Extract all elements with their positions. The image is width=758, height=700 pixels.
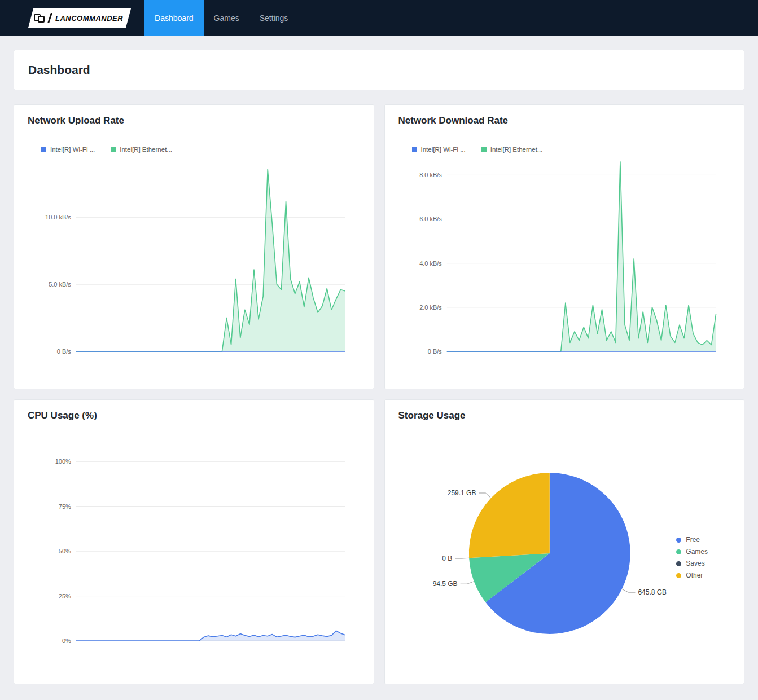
legend-swatch [41,147,46,152]
pie-label-games: 94.5 GB [432,580,457,588]
charts-grid: Network Upload Rate Intel[R] Wi-Fi ...In… [14,104,744,684]
legend-item-intel-r-ethernet[interactable]: Intel[R] Ethernet... [111,146,172,153]
legend-item-intel-r-ethernet[interactable]: Intel[R] Ethernet... [481,146,543,153]
svg-text:4.0 kB/s: 4.0 kB/s [419,260,442,267]
pie-legend-dot [676,549,681,554]
logo-slash-icon [47,13,52,23]
svg-text:5.0 kB/s: 5.0 kB/s [49,281,71,288]
pie-legend-item-saves[interactable]: Saves [676,560,708,567]
card-header: Network Upload Rate [14,105,374,137]
network-upload-card: Network Upload Rate Intel[R] Wi-Fi ...In… [14,104,374,389]
card-header: CPU Usage (%) [14,400,374,432]
svg-text:0 B/s: 0 B/s [57,348,71,355]
pie-legend-label: Games [686,548,708,556]
legend-label: Intel[R] Wi-Fi ... [421,146,466,153]
nav-item-dashboard[interactable]: Dashboard [144,0,204,36]
card-header: Storage Usage [385,400,744,432]
nav-item-games[interactable]: Games [204,0,249,36]
svg-text:75%: 75% [59,503,71,510]
svg-text:0 B/s: 0 B/s [427,348,441,355]
card-title: Network Download Rate [398,115,509,126]
page-title: Dashboard [28,63,90,77]
pie-leader-line [621,589,635,592]
legend-swatch [111,147,116,152]
card-body: 0%25%50%75%100% [14,432,374,684]
chart-legend: Intel[R] Wi-Fi ...Intel[R] Ethernet... [398,139,731,155]
storage-usage-card: Storage Usage 645.8 GB94.5 GB0 B259.1 GB… [384,399,745,684]
card-body: Intel[R] Wi-Fi ...Intel[R] Ethernet... 0… [14,137,374,389]
pie-legend-label: Saves [686,560,704,567]
pie-legend-dot [676,538,681,543]
svg-text:0%: 0% [62,637,71,644]
svg-text:2.0 kB/s: 2.0 kB/s [419,304,442,311]
legend-label: Intel[R] Ethernet... [490,146,543,153]
card-title: Storage Usage [398,410,466,421]
card-body: Intel[R] Wi-Fi ...Intel[R] Ethernet... 0… [385,137,744,389]
legend-swatch [412,147,417,152]
top-navbar: LANCOMMANDER Dashboard Games Settings [0,0,758,36]
pie-leader-line [460,582,474,584]
logo-text: LANCOMMANDER [55,14,123,23]
pie-legend-item-games[interactable]: Games [676,548,708,556]
cpu-usage-chart: 0%25%50%75%100% [28,444,360,654]
network-download-card: Network Download Rate Intel[R] Wi-Fi ...… [384,104,745,389]
pie-leader-line [455,558,469,558]
page-header-card: Dashboard [14,50,744,90]
network-upload-chart: 0 B/s5.0 kB/s10.0 kB/s [28,155,360,365]
pie-legend-label: Free [686,536,700,544]
card-title: Network Upload Rate [28,115,124,126]
chart-legend [28,434,360,444]
pie-legend-dot [676,561,681,566]
card-title: CPU Usage (%) [28,410,97,421]
svg-text:50%: 50% [59,548,71,554]
svg-text:25%: 25% [59,593,71,600]
legend-swatch [481,147,487,152]
svg-text:8.0 kB/s: 8.0 kB/s [419,171,442,178]
card-header: Network Download Rate [385,105,744,137]
main-content: Dashboard Network Upload Rate Intel[R] W… [0,36,758,698]
pie-wrap: 645.8 GB94.5 GB0 B259.1 GB FreeGamesSave… [398,434,731,676]
legend-item-intel-r-wi-fi[interactable]: Intel[R] Wi-Fi ... [41,146,95,153]
lancommander-icon [34,14,45,23]
svg-text:6.0 kB/s: 6.0 kB/s [419,215,442,222]
pie-leader-line [479,493,490,498]
pie-legend-label: Other [686,571,703,579]
legend-item-intel-r-wi-fi[interactable]: Intel[R] Wi-Fi ... [412,146,466,153]
lancommander-logo[interactable]: LANCOMMANDER [28,8,131,28]
pie-slice-other[interactable] [468,473,549,558]
pie-label-other: 259.1 GB [447,489,476,497]
pie-legend-item-free[interactable]: Free [676,536,708,544]
pie-legend-item-other[interactable]: Other [676,571,708,579]
pie-legend-dot [676,573,681,578]
legend-label: Intel[R] Ethernet... [120,146,172,153]
pie-legend: FreeGamesSavesOther [676,536,708,579]
cpu-usage-card: CPU Usage (%) 0%25%50%75%100% [14,399,374,684]
pie-label-free: 645.8 GB [638,588,667,596]
nav-links: Dashboard Games Settings [144,0,298,36]
legend-label: Intel[R] Wi-Fi ... [50,146,95,153]
nav-item-settings[interactable]: Settings [249,0,299,36]
chart-legend: Intel[R] Wi-Fi ...Intel[R] Ethernet... [28,139,360,155]
card-body: 645.8 GB94.5 GB0 B259.1 GB FreeGamesSave… [385,432,744,684]
network-download-chart: 0 B/s2.0 kB/s4.0 kB/s6.0 kB/s8.0 kB/s [398,155,731,365]
svg-text:100%: 100% [55,458,71,465]
pie-label-saves: 0 B [442,554,452,562]
svg-text:10.0 kB/s: 10.0 kB/s [45,214,71,221]
